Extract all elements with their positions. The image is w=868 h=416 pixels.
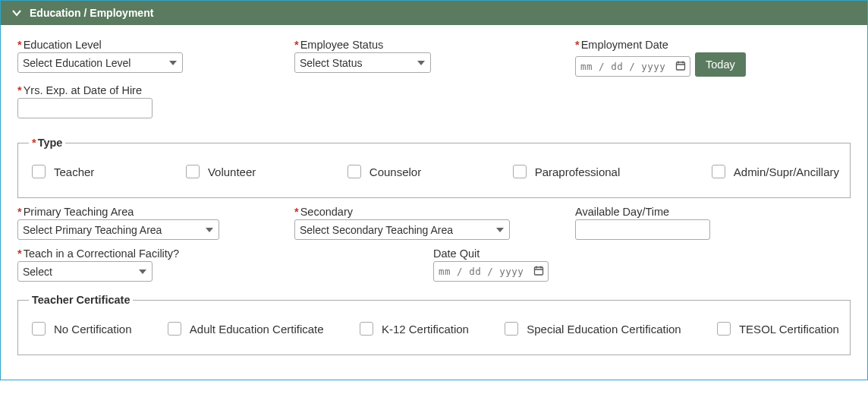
field-employee-status: *Employee Status Select Status bbox=[294, 39, 575, 77]
type-legend: *Type bbox=[29, 137, 65, 149]
form-row-4: *Teach in a Correctional Facility? Selec… bbox=[17, 247, 851, 289]
type-option-paraprofessional[interactable]: Paraprofessional bbox=[510, 162, 621, 181]
checkbox-adult-education[interactable] bbox=[168, 322, 181, 336]
cert-option-special-education[interactable]: Special Education Certification bbox=[502, 320, 681, 338]
label-employment-date: *Employment Date bbox=[575, 39, 746, 51]
type-fieldset: *Type Teacher Volunteer Counselor Parapr… bbox=[17, 137, 851, 198]
secondary-teaching-area-select[interactable]: Select Secondary Teaching Area bbox=[294, 219, 510, 240]
checkbox-paraprofessional[interactable] bbox=[513, 165, 527, 178]
education-level-select[interactable]: Select Education Level bbox=[17, 52, 183, 73]
form-row-1: *Education Level Select Education Level … bbox=[17, 39, 851, 84]
cert-option-k12[interactable]: K-12 Certification bbox=[357, 320, 469, 338]
label-date-quit: Date Quit bbox=[433, 247, 549, 260]
checkbox-tesol[interactable] bbox=[717, 322, 731, 336]
label-education-level: *Education Level bbox=[17, 39, 294, 51]
checkbox-special-education[interactable] bbox=[505, 322, 518, 336]
cert-option-tesol[interactable]: TESOL Certification bbox=[714, 320, 839, 338]
label-available-day-time: Available Day/Time bbox=[575, 206, 710, 218]
cert-options-row: No Certification Adult Education Certifi… bbox=[29, 320, 839, 338]
teacher-certificate-fieldset: Teacher Certificate No Certification Adu… bbox=[17, 294, 851, 355]
panel-header[interactable]: Education / Employment bbox=[1, 1, 867, 25]
field-date-quit: Date Quit bbox=[433, 247, 549, 282]
chevron-down-icon bbox=[11, 8, 22, 18]
employee-status-select[interactable]: Select Status bbox=[294, 52, 431, 73]
yrs-exp-input[interactable] bbox=[17, 98, 153, 118]
form-row-2: *Yrs. Exp. at Date of Hire bbox=[17, 84, 851, 126]
field-employment-date: *Employment Date Today bbox=[575, 39, 746, 77]
panel-body: *Education Level Select Education Level … bbox=[1, 25, 867, 380]
field-available-day-time: Available Day/Time bbox=[575, 206, 710, 240]
checkbox-admin[interactable] bbox=[712, 165, 725, 178]
label-secondary-teaching-area: *Secondary bbox=[294, 206, 575, 218]
field-primary-teaching-area: *Primary Teaching Area Select Primary Te… bbox=[17, 206, 294, 240]
education-employment-panel: Education / Employment *Education Level … bbox=[0, 0, 868, 380]
label-employee-status: *Employee Status bbox=[294, 39, 575, 51]
type-option-teacher[interactable]: Teacher bbox=[29, 162, 94, 181]
available-day-time-input[interactable] bbox=[575, 219, 710, 240]
type-option-volunteer[interactable]: Volunteer bbox=[183, 162, 256, 181]
label-primary-teaching-area: *Primary Teaching Area bbox=[17, 206, 294, 218]
type-option-counselor[interactable]: Counselor bbox=[344, 162, 421, 181]
cert-option-adult-education[interactable]: Adult Education Certificate bbox=[165, 320, 324, 338]
checkbox-counselor[interactable] bbox=[348, 165, 361, 178]
teach-correctional-select[interactable]: Select bbox=[17, 261, 153, 282]
checkbox-volunteer[interactable] bbox=[186, 165, 200, 178]
label-yrs-exp: *Yrs. Exp. at Date of Hire bbox=[17, 84, 153, 96]
field-teach-correctional: *Teach in a Correctional Facility? Selec… bbox=[17, 247, 433, 282]
cert-option-no-certification[interactable]: No Certification bbox=[29, 320, 132, 338]
type-option-admin[interactable]: Admin/Supr/Ancillary bbox=[709, 162, 839, 181]
form-row-3: *Primary Teaching Area Select Primary Te… bbox=[17, 206, 851, 247]
checkbox-no-certification[interactable] bbox=[32, 322, 46, 336]
date-quit-input[interactable] bbox=[433, 261, 549, 282]
panel-title: Education / Employment bbox=[30, 7, 153, 19]
checkbox-teacher[interactable] bbox=[32, 165, 46, 178]
field-education-level: *Education Level Select Education Level bbox=[17, 39, 294, 77]
checkbox-k12[interactable] bbox=[360, 322, 373, 336]
primary-teaching-area-select[interactable]: Select Primary Teaching Area bbox=[17, 219, 219, 240]
label-teach-correctional: *Teach in a Correctional Facility? bbox=[17, 247, 433, 260]
employment-date-input[interactable] bbox=[575, 56, 690, 77]
field-yrs-exp: *Yrs. Exp. at Date of Hire bbox=[17, 84, 153, 118]
today-button[interactable]: Today bbox=[695, 52, 746, 77]
type-options-row: Teacher Volunteer Counselor Paraprofessi… bbox=[29, 162, 839, 181]
field-secondary-teaching-area: *Secondary Select Secondary Teaching Are… bbox=[294, 206, 575, 240]
teacher-certificate-legend: Teacher Certificate bbox=[29, 294, 133, 306]
